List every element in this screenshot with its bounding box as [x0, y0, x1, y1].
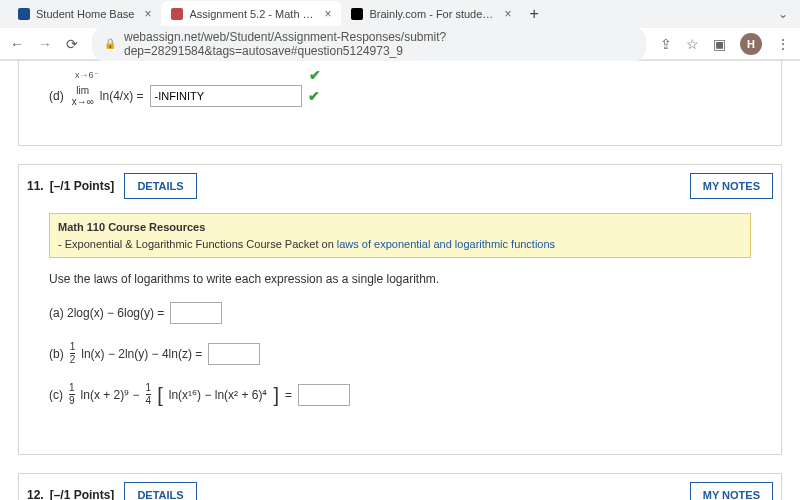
reload-button[interactable]: ⟳: [66, 36, 78, 52]
share-icon[interactable]: ⇪: [660, 36, 672, 52]
question-card-12: 12. [–/1 Points] DETAILS MY NOTES Math 1…: [18, 473, 782, 500]
left-bracket-icon: [: [157, 387, 163, 403]
right-bracket-icon: ]: [273, 387, 279, 403]
details-button[interactable]: DETAILS: [124, 482, 196, 500]
answer-input-11a[interactable]: [170, 302, 222, 324]
tab-title: Assignment 5.2 - Math 110 W: [189, 8, 314, 20]
favicon-icon: [18, 8, 30, 20]
tab-title: Brainly.com - For students. By: [369, 8, 494, 20]
question-card-11: 11. [–/1 Points] DETAILS MY NOTES Math 1…: [18, 164, 782, 455]
tab-strip: Student Home Base × Assignment 5.2 - Mat…: [0, 0, 800, 28]
q11-part-c: (c) 19 ln(x + 2)⁹ − 14 [ ln(x¹⁶) − ln(x²…: [49, 383, 751, 406]
favicon-icon: [171, 8, 183, 20]
details-button[interactable]: DETAILS: [124, 173, 196, 199]
part-c-label: (c): [49, 388, 63, 402]
question-number: 11.: [27, 179, 44, 193]
tab-title: Student Home Base: [36, 8, 134, 20]
back-button[interactable]: ←: [10, 36, 24, 52]
part-c-mid: ln(x + 2)⁹ −: [81, 388, 140, 402]
part-label: (d): [49, 89, 64, 103]
resources-title: Math 110 Course Resources: [58, 219, 742, 236]
page-content: x→6⁻ ✔ (d) lim x→∞ ln(4/x) = ✔ 11. [–/1 …: [0, 61, 800, 500]
resources-box: Math 110 Course Resources - Exponential …: [49, 213, 751, 258]
close-icon[interactable]: ×: [324, 7, 331, 21]
tab-assignment[interactable]: Assignment 5.2 - Math 110 W ×: [161, 1, 341, 27]
url-input[interactable]: 🔒 webassign.net/web/Student/Assignment-R…: [92, 26, 646, 62]
menu-icon[interactable]: ⋮: [776, 36, 790, 52]
part-b-expr: ln(x) − 2ln(y) − 4ln(z) =: [81, 347, 202, 361]
star-icon[interactable]: ☆: [686, 36, 699, 52]
resources-prefix: - Exponential & Logarithmic Functions Co…: [58, 238, 337, 250]
fraction-quarter: 14: [146, 383, 152, 406]
chevron-down-icon[interactable]: ⌄: [766, 3, 800, 25]
check-icon: ✔: [308, 88, 320, 104]
my-notes-button[interactable]: MY NOTES: [690, 173, 773, 199]
part-c-eq: =: [285, 388, 292, 402]
tab-student-home[interactable]: Student Home Base ×: [8, 1, 161, 27]
new-tab-button[interactable]: +: [521, 1, 546, 27]
question-header: 12. [–/1 Points] DETAILS MY NOTES: [19, 474, 781, 500]
avatar[interactable]: H: [740, 33, 762, 55]
fraction-ninth: 19: [69, 383, 75, 406]
favicon-icon: [351, 8, 363, 20]
lock-icon: 🔒: [104, 38, 116, 49]
expr-text: ln(4/x) =: [100, 89, 144, 103]
url-text: webassign.net/web/Student/Assignment-Res…: [124, 30, 634, 58]
address-bar: ← → ⟳ 🔒 webassign.net/web/Student/Assign…: [0, 28, 800, 60]
browser-actions: ⇪ ☆ ▣ H ⋮: [660, 33, 790, 55]
browser-chrome: Student Home Base × Assignment 5.2 - Mat…: [0, 0, 800, 61]
forward-button[interactable]: →: [38, 36, 52, 52]
resources-link[interactable]: laws of exponential and logarithmic func…: [337, 238, 555, 250]
extensions-icon[interactable]: ▣: [713, 36, 726, 52]
question-points: [–/1 Points]: [50, 179, 115, 193]
close-icon[interactable]: ×: [144, 7, 151, 21]
part-c-inner: ln(x¹⁶) − ln(x² + 6)⁴: [169, 388, 268, 402]
q11-part-a: (a) 2log(x) − 6log(y) =: [49, 302, 751, 324]
fraction-half: 12: [70, 342, 76, 365]
question-header: 11. [–/1 Points] DETAILS MY NOTES: [19, 165, 781, 209]
check-icon: ✔: [309, 67, 321, 83]
part-b-label: (b): [49, 347, 64, 361]
answer-input-11c[interactable]: [298, 384, 350, 406]
question-card-prev: x→6⁻ ✔ (d) lim x→∞ ln(4/x) = ✔: [18, 61, 782, 146]
part-a-expr: (a) 2log(x) − 6log(y) =: [49, 306, 164, 320]
close-icon[interactable]: ×: [504, 7, 511, 21]
q11-part-b: (b) 12 ln(x) − 2ln(y) − 4ln(z) =: [49, 342, 751, 365]
prev-limit-sub: x→6⁻: [75, 70, 99, 80]
part-d: (d) lim x→∞ ln(4/x) = ✔: [49, 85, 751, 107]
limit-expr: lim x→∞: [72, 85, 94, 107]
tab-brainly[interactable]: Brainly.com - For students. By ×: [341, 1, 521, 27]
question-number: 12.: [27, 488, 44, 500]
question-points: [–/1 Points]: [50, 488, 115, 500]
answer-input-d[interactable]: [150, 85, 302, 107]
answer-input-11b[interactable]: [208, 343, 260, 365]
my-notes-button[interactable]: MY NOTES: [690, 482, 773, 500]
instructions: Use the laws of logarithms to write each…: [49, 272, 751, 286]
